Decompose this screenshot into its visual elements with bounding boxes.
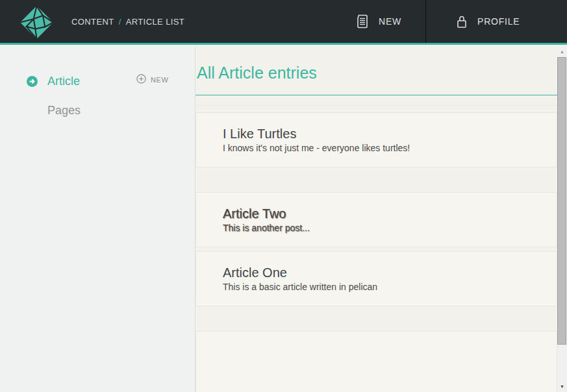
article-entry[interactable]: I Like Turtles I knows it's not just me …	[195, 112, 557, 167]
sidebar-new-label: NEW	[151, 76, 168, 84]
scroll-down-button[interactable]: ▼	[557, 382, 567, 391]
nav-new-label: NEW	[379, 16, 401, 27]
arrow-right-circle-icon[interactable]	[27, 76, 38, 87]
article-list: I Like Turtles I knows it's not just me …	[195, 112, 557, 306]
sidebar: Article NEW Pages	[0, 47, 195, 392]
article-entry-title: Article One	[223, 265, 544, 280]
article-entry-title: Article Two	[223, 206, 544, 221]
page-title: All Article entries	[197, 63, 557, 82]
app-logo-icon[interactable]	[19, 5, 54, 40]
sidebar-pages-label: Pages	[47, 104, 81, 117]
breadcrumb: CONTENT / ARTICLE LIST	[71, 0, 184, 43]
breadcrumb-section[interactable]: CONTENT	[71, 17, 114, 27]
vertical-scrollbar: ▲ ▼	[557, 47, 567, 392]
article-entry-partial[interactable]	[195, 331, 557, 392]
document-icon	[356, 14, 368, 29]
article-entry-subtitle: This is a basic article written in pelic…	[223, 282, 544, 292]
sidebar-new-button[interactable]: NEW	[136, 74, 168, 85]
article-entry-subtitle: This is another post...	[223, 223, 544, 233]
sidebar-article-label[interactable]: Article	[47, 75, 80, 88]
plus-circle-icon	[136, 74, 146, 85]
main-content: All Article entries I Like Turtles I kno…	[195, 47, 557, 392]
breadcrumb-page[interactable]: ARTICLE LIST	[126, 17, 185, 27]
article-entry[interactable]: Article Two This is another post...	[195, 192, 557, 247]
sidebar-item-article: Article NEW	[27, 73, 195, 89]
breadcrumb-separator: /	[119, 17, 121, 27]
nav-profile-label: PROFILE	[477, 16, 520, 27]
top-navbar: CONTENT / ARTICLE LIST NEW PR	[0, 0, 567, 45]
lock-icon	[457, 15, 467, 29]
scroll-up-button[interactable]: ▲	[557, 47, 567, 56]
scrollbar-thumb[interactable]	[557, 57, 566, 345]
list-lead-row	[195, 95, 557, 106]
sidebar-item-pages[interactable]: Pages	[47, 103, 195, 118]
nav-profile-button[interactable]: PROFILE	[457, 0, 520, 43]
article-entry[interactable]: Article One This is a basic article writ…	[195, 251, 557, 306]
article-entry-subtitle: I knows it's not just me - everyone like…	[223, 143, 544, 153]
nav-new-button[interactable]: NEW	[356, 0, 401, 43]
article-entry-title: I Like Turtles	[223, 126, 544, 141]
navbar-divider	[425, 0, 426, 43]
